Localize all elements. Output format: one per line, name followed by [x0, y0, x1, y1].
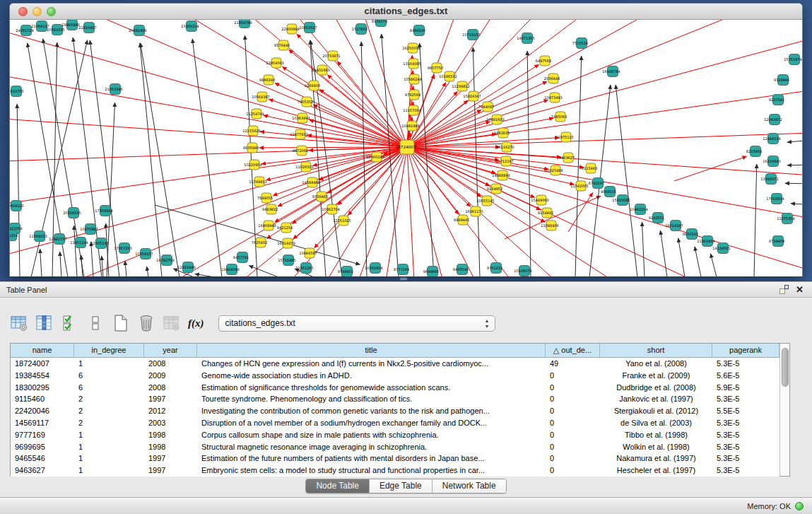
graph-node[interactable]: 10491988: [401, 121, 419, 131]
table-scrollbar-thumb[interactable]: [782, 348, 789, 387]
graph-node[interactable]: 15751874: [784, 54, 801, 65]
float-panel-icon[interactable]: [779, 285, 789, 294]
graph-node[interactable]: 15449093: [531, 195, 548, 205]
graph-node[interactable]: 15586244: [404, 74, 421, 84]
graph-node[interactable]: 6497568: [536, 56, 551, 66]
graph-node[interactable]: 11451134: [70, 238, 88, 248]
graph-node[interactable]: 7515526: [572, 38, 588, 49]
graph-node[interactable]: 9115460: [582, 163, 597, 173]
graph-node[interactable]: 15716485: [278, 255, 295, 266]
column-header-name[interactable]: name: [11, 344, 74, 357]
graph-node[interactable]: 11239812: [452, 81, 469, 91]
table-row[interactable]: 1830029562008Estimation of significance …: [11, 382, 779, 394]
graph-node[interactable]: 16914479: [277, 238, 295, 248]
graph-node[interactable]: 14594460: [302, 177, 319, 187]
table-row[interactable]: 911546021997Tourette syndrome. Phenomeno…: [11, 393, 779, 405]
graph-node[interactable]: 7625402: [252, 238, 267, 247]
memory-ok-icon[interactable]: [795, 502, 804, 510]
graph-node[interactable]: 10975887: [80, 224, 98, 235]
graph-node[interactable]: 10555145: [476, 196, 494, 206]
function-builder-button[interactable]: f(x): [188, 317, 204, 329]
graph-node[interactable]: 9734409: [769, 236, 784, 247]
graph-node[interactable]: 9989445: [454, 215, 469, 225]
delete-table-button[interactable]: [136, 313, 157, 334]
column-header-short[interactable]: short: [600, 344, 712, 357]
graph-node[interactable]: 12477932: [290, 129, 307, 139]
graph-node[interactable]: 10564387: [252, 92, 269, 102]
graph-node[interactable]: 12551025: [333, 216, 351, 226]
graph-node[interactable]: 7485063: [551, 112, 567, 122]
graph-node[interactable]: 11157004: [403, 105, 420, 115]
tab-node-table[interactable]: Node Table: [306, 479, 370, 493]
graph-node[interactable]: 19404049: [221, 264, 239, 275]
graph-node[interactable]: 20691406: [129, 25, 146, 36]
graph-node[interactable]: 13954093: [266, 58, 283, 68]
graph-node[interactable]: 9266400: [305, 81, 320, 90]
graph-node[interactable]: 13892971: [760, 174, 778, 185]
graph-node[interactable]: 10220954: [244, 160, 261, 170]
graph-node[interactable]: 16061170: [465, 206, 483, 216]
graph-node[interactable]: 9576448: [274, 40, 290, 50]
graph-node[interactable]: 21351265: [295, 263, 313, 274]
graph-node[interactable]: 8215958: [746, 146, 762, 157]
graph-node[interactable]: 10653527: [299, 23, 317, 33]
graph-node[interactable]: 18300295: [366, 152, 384, 162]
graph-node[interactable]: 11542005: [570, 181, 588, 191]
graph-node[interactable]: 9761232: [487, 263, 502, 274]
graph-node[interactable]: 21854796: [234, 20, 252, 28]
graph-node[interactable]: 14134501: [712, 243, 730, 254]
graph-node[interactable]: 20510755: [10, 86, 24, 97]
graph-node[interactable]: 9792569: [405, 90, 420, 100]
graph-node[interactable]: 20206535: [63, 208, 81, 218]
table-chooser-dropdown[interactable]: citations_edges.txt ▲▼: [218, 315, 495, 332]
citation-graph[interactable]: 2405572421064137205810351986098822810457…: [10, 20, 802, 276]
graph-node[interactable]: 9886340: [259, 75, 275, 85]
graph-node[interactable]: 10025488: [545, 165, 563, 175]
table-row[interactable]: 946554611997Estimation of the future num…: [11, 452, 779, 465]
row-height-button[interactable]: [85, 313, 106, 334]
graph-node[interactable]: 11902458: [697, 236, 714, 247]
graph-node[interactable]: 9872066: [293, 146, 308, 156]
graph-node[interactable]: 12155628: [242, 126, 260, 136]
graph-node[interactable]: 22810457: [78, 23, 96, 33]
graph-node[interactable]: 8131074: [372, 20, 387, 27]
graph-node[interactable]: 9850162: [683, 229, 698, 240]
column-header-out_de[interactable]: △ out_de...: [546, 344, 600, 357]
graph-node[interactable]: 9748902: [338, 267, 353, 277]
select-column-button[interactable]: [34, 313, 55, 334]
panel-resize-grip[interactable]: [400, 277, 407, 281]
tab-edge-table[interactable]: Edge Table: [370, 479, 433, 493]
close-panel-icon[interactable]: ✕: [796, 285, 804, 294]
graph-node[interactable]: 23300214: [181, 21, 199, 32]
table-row[interactable]: 1456911722003Disruption of a novel membe…: [11, 417, 779, 429]
graph-node[interactable]: 22400884: [281, 24, 299, 34]
graph-node[interactable]: 9463627: [559, 153, 575, 163]
graph-node[interactable]: 9421254: [277, 223, 293, 233]
table-row[interactable]: 969969511998Structural magnetic resonanc…: [11, 441, 779, 453]
graph-node[interactable]: 10973493: [544, 93, 562, 103]
graph-node[interactable]: 7905352: [298, 97, 313, 107]
graph-node[interactable]: 10358107: [135, 249, 153, 259]
selection-mode-button[interactable]: [59, 313, 81, 334]
graph-node[interactable]: 11026503: [295, 162, 313, 172]
column-header-in_degree[interactable]: in_degree: [74, 344, 144, 357]
column-header-pagerank[interactable]: pagerank: [712, 344, 779, 357]
graph-node[interactable]: 10862704: [322, 204, 339, 214]
network-canvas[interactable]: 2405572421064137205810351986098822810457…: [10, 20, 802, 276]
graph-node[interactable]: 9493822: [262, 204, 278, 214]
graph-node[interactable]: 10462214: [630, 204, 647, 215]
graph-node[interactable]: 19604110: [10, 201, 24, 211]
graph-node[interactable]: 17016504: [766, 194, 784, 204]
graph-node[interactable]: 13164085: [403, 59, 420, 69]
graph-node[interactable]: 12093872: [764, 115, 782, 125]
graph-node[interactable]: 11568023: [29, 231, 47, 242]
table-row[interactable]: 1872400712008Changes of HCN gene express…: [11, 358, 779, 370]
graph-node[interactable]: 17957233: [114, 243, 131, 254]
graph-node[interactable]: 12975115: [555, 132, 573, 142]
graph-node[interactable]: 11749813: [249, 177, 266, 187]
column-header-year[interactable]: year: [144, 344, 197, 357]
graph-node[interactable]: 12505135: [90, 238, 108, 249]
graph-node[interactable]: 16014187: [665, 221, 683, 231]
graph-node[interactable]: 15824347: [463, 91, 481, 101]
minimize-window-icon[interactable]: [33, 7, 42, 16]
